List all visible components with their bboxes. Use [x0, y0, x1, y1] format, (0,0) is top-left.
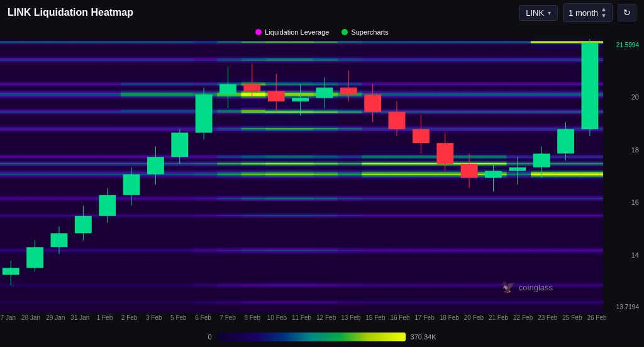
time-label: 15 Feb	[365, 314, 385, 321]
time-label: 27 Jan	[0, 314, 16, 321]
colorbar-max: 370.34K	[411, 333, 436, 341]
time-label: 20 Feb	[464, 314, 484, 321]
time-label: 28 Jan	[21, 314, 40, 321]
price-label-14: 14	[606, 251, 641, 259]
time-label: 26 Feb	[587, 314, 606, 321]
time-label: 3 Feb	[146, 314, 162, 321]
chevron-down-icon: ▾	[548, 9, 551, 16]
time-label: 13 Feb	[341, 314, 360, 321]
time-axis: 27 Jan28 Jan29 Jan31 Jan1 Feb2 Feb3 Feb5…	[0, 313, 603, 327]
timeframe-dropdown[interactable]: 1 month ▲▼	[563, 3, 613, 22]
spinner-icon: ▲▼	[601, 6, 607, 19]
time-label: 7 Feb	[219, 314, 236, 321]
legend-label-supercharts: Supercharts	[351, 28, 388, 36]
time-label: 10 Feb	[267, 314, 287, 321]
price-label-top: 21.5994	[606, 42, 641, 48]
price-label-20: 20	[606, 93, 641, 101]
legend-item-liquidation: Liquidation Leverage	[255, 28, 329, 36]
coinglass-watermark: 🦅 coinglass	[501, 280, 553, 294]
chart-area[interactable]: 🦅 coinglass	[0, 39, 603, 313]
heatmap-canvas[interactable]	[0, 39, 603, 313]
time-label: 1 Feb	[97, 314, 113, 321]
time-label: 6 Feb	[195, 314, 211, 321]
time-label: 18 Feb	[440, 314, 459, 321]
price-label-16: 16	[606, 198, 641, 206]
refresh-icon: ↻	[623, 8, 631, 18]
time-label: 23 Feb	[538, 314, 557, 321]
colorbar-section: 0 370.34K	[0, 327, 644, 347]
time-label: 17 Feb	[415, 314, 435, 321]
time-label: 12 Feb	[316, 314, 336, 321]
time-label: 29 Jan	[46, 314, 65, 321]
page-title: LINK Liquidation Heatmap	[8, 7, 133, 18]
time-label: 16 Feb	[390, 314, 409, 321]
legend: Liquidation Leverage Supercharts	[0, 25, 644, 39]
liquidation-dot	[255, 29, 262, 35]
header: LINK Liquidation Heatmap LINK ▾ 1 month …	[0, 0, 644, 25]
time-label: 31 Jan	[70, 314, 89, 321]
supercharts-dot	[341, 29, 348, 35]
time-label: 5 Feb	[170, 314, 187, 321]
controls: LINK ▾ 1 month ▲▼ ↻	[519, 3, 636, 22]
refresh-button[interactable]: ↻	[618, 4, 636, 21]
time-label: 21 Feb	[489, 314, 508, 321]
asset-dropdown[interactable]: LINK ▾	[519, 5, 558, 21]
time-label: 8 Feb	[244, 314, 260, 321]
chart-wrapper: 🦅 coinglass 21.5994 20 18 16 14 13.7194	[0, 39, 644, 313]
time-label: 25 Feb	[562, 314, 582, 321]
legend-label-liquidation: Liquidation Leverage	[265, 28, 329, 36]
watermark-text: coinglass	[519, 283, 553, 292]
time-label: 11 Feb	[292, 314, 311, 321]
time-label: 22 Feb	[513, 314, 533, 321]
legend-item-supercharts: Supercharts	[341, 28, 388, 36]
bottom-section: 27 Jan28 Jan29 Jan31 Jan1 Feb2 Feb3 Feb5…	[0, 313, 644, 347]
colorbar-canvas	[217, 333, 406, 341]
price-label-bottom: 13.7194	[606, 304, 641, 310]
time-label: 2 Feb	[121, 314, 138, 321]
price-label-18: 18	[606, 146, 641, 154]
colorbar-min: 0	[208, 333, 211, 341]
price-axis: 21.5994 20 18 16 14 13.7194	[603, 39, 644, 313]
